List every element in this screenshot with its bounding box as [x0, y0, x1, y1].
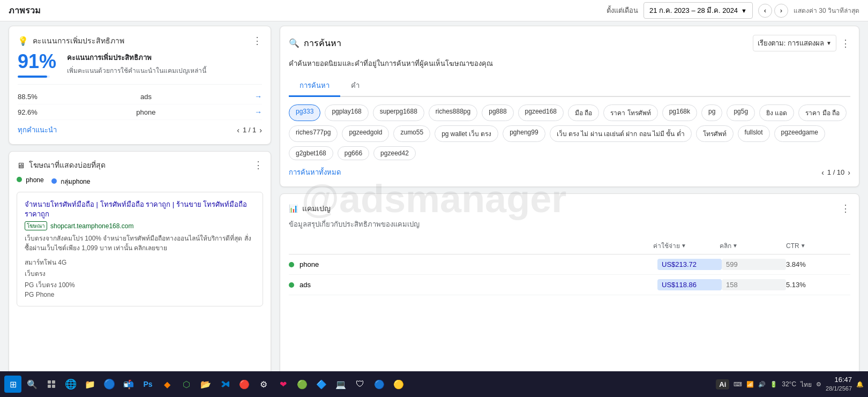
score-hint: เพิ่มคะแนนด้วยการใช้คำแนะนำในแคมเปญเหล่า… [67, 65, 206, 76]
taskbar-search[interactable]: 🔍 [24, 376, 41, 393]
prev-page-icon[interactable]: ‹ [237, 126, 240, 134]
chip-7[interactable]: ราคา โทรศัพท์ [603, 104, 657, 121]
prev-arrow[interactable]: ‹ [758, 4, 772, 18]
chip-6[interactable]: มือ ถือ [568, 104, 599, 121]
keyboard-icon: ⌨ [734, 381, 742, 388]
chip-13[interactable]: riches777pg [289, 125, 338, 142]
chip-2[interactable]: superpg1688 [373, 104, 424, 121]
search-input-text[interactable]: การค้นหา [304, 36, 341, 50]
chip-22[interactable]: g2gbet168 [289, 146, 333, 160]
taskbar-edge[interactable]: 🌐 [62, 376, 79, 393]
score-card: 💡 คะแนนการเพิ่มประสิทธิภาพ ⋮ 91% คะแนนกา… [9, 26, 271, 145]
taskbar-explorer[interactable]: 📁 [81, 376, 99, 393]
chip-17[interactable]: pgheng99 [503, 125, 545, 142]
search-icon: 🔍 [289, 38, 300, 48]
score-row-1-arrow[interactable]: → [255, 108, 262, 116]
col-cost-header[interactable]: ค่าใช้จ่าย ▼ [653, 241, 717, 251]
ad-description: เว็บตรงจากสังคมโปร 100% จำหน่ายโทรศัพท์ม… [25, 234, 255, 253]
score-row-0-arrow[interactable]: → [255, 92, 262, 101]
taskbar-settings-icon[interactable]: ⚙ [255, 376, 272, 393]
chip-12[interactable]: ราคา มือ ถือ [798, 104, 847, 121]
chip-16[interactable]: pg wallet เว็บ ตรง [435, 125, 498, 142]
nav-arrows: ‹ › [758, 4, 788, 18]
taskbar: ⊞ 🔍 🌐 📁 🔵 📬 Ps ◆ ⬡ 📂 🔴 ⚙ ❤ 🟢 🔷 💻 🛡 🔵 🟡 A… [0, 371, 868, 397]
score-row-0: 88.5% ads → [18, 89, 262, 104]
taskbar-app-8[interactable]: 🟡 [390, 376, 407, 393]
settings-gear[interactable]: ⚙ [816, 381, 821, 388]
search-card: 🔍 การค้นหา เรียงตาม: การแสดงผล ▼ ⋮ คำค้น… [280, 26, 859, 187]
chip-20[interactable]: fullslot [738, 125, 770, 142]
campaign-row-1-name: ads [289, 281, 657, 289]
chip-8[interactable]: pg168k [662, 104, 697, 121]
ad-sitelinks: สมาร์ทโฟน 4G เว็บตรง PG เว็บตรง 100% PG … [25, 257, 255, 298]
taskbar-clock: 16:47 28/1/2567 [826, 376, 852, 392]
sort-selector[interactable]: เรียงตาม: การแสดงผล ▼ [753, 35, 836, 51]
chip-24[interactable]: pgzeed42 [373, 146, 416, 160]
keyword-chips: pg333 pgplay168 superpg1688 riches888pg … [289, 104, 850, 160]
taskbar-app-3[interactable]: ❤ [274, 376, 291, 393]
search-next-icon[interactable]: › [848, 168, 850, 177]
tab-search[interactable]: การค้นหา [289, 76, 340, 97]
chip-4[interactable]: pg888 [482, 104, 513, 121]
monitor-icon: 🖥 [17, 161, 25, 170]
col-clicks-header[interactable]: คลิก ▼ [720, 241, 784, 251]
campaign-table-header: ค่าใช้จ่าย ▼ คลิก ▼ CTR ▼ [289, 237, 850, 254]
search-footer: การค้นหาทั้งหมด ‹ 1 / 10 › [289, 167, 850, 178]
search-footer-text[interactable]: การค้นหาทั้งหมด [289, 167, 341, 178]
chart-icon: 📊 [289, 204, 298, 213]
campaign-menu-icon[interactable]: ⋮ [841, 203, 850, 214]
ai-label[interactable]: Ai [716, 379, 729, 389]
taskbar-chrome-2[interactable]: 🔴 [236, 376, 253, 393]
svg-rect-2 [48, 385, 51, 388]
chip-0[interactable]: pg333 [289, 104, 320, 121]
chip-15[interactable]: zumo55 [393, 125, 430, 142]
ad-url-row: โฆษณา shopcart.teamphone168.com [25, 221, 255, 230]
taskbar-app-7[interactable]: 🛡 [351, 376, 369, 393]
taskbar-vscode[interactable] [216, 376, 234, 393]
score-row-1-label: phone [136, 108, 155, 116]
chip-19[interactable]: โทรศัพท์ [696, 125, 734, 142]
clicks-dropdown: ▼ [732, 243, 738, 249]
chip-5[interactable]: pgzeed168 [518, 104, 564, 121]
ad-preview-card: 🖥 โฆษณาที่แสดงบ่อยที่สุด ⋮ phone กลุ่มph… [9, 151, 271, 381]
chip-1[interactable]: pgplay168 [325, 104, 368, 121]
svg-rect-0 [48, 380, 51, 384]
date-range-selector[interactable]: 21 ก.ค. 2023 – 28 มี.ค. 2024 ▼ [643, 2, 753, 19]
taskbar-taskview[interactable] [43, 376, 60, 393]
chip-23[interactable]: pg666 [338, 146, 369, 160]
ad-preview-menu-icon[interactable]: ⋮ [253, 159, 263, 171]
chip-11[interactable]: ยิง แอด [759, 104, 794, 121]
search-card-menu-icon[interactable]: ⋮ [841, 38, 850, 49]
tab-word[interactable]: คำ [340, 76, 370, 97]
taskbar-right-section: Ai ⌨ 📶 🔊 🔋 32°C ไทย ⚙ 16:47 28/1/2567 🔔 [716, 376, 864, 392]
taskbar-chrome-3[interactable]: 🔵 [371, 376, 388, 393]
taskbar-start[interactable]: ⊞ [4, 376, 21, 393]
taskbar-chrome-1[interactable]: 🔵 [101, 376, 118, 393]
chip-18[interactable]: เว็บ ตรง ไม่ ผ่าน เอเย่นต์ ฝาก ถอน ไม่มี… [550, 125, 692, 142]
legend-kamphuphone-label: กลุ่มphone [61, 178, 90, 185]
taskbar-filezilla[interactable]: 📂 [197, 376, 214, 393]
next-page-icon[interactable]: › [259, 126, 262, 134]
search-prev-icon[interactable]: ‹ [821, 168, 824, 177]
all-suggestions-text[interactable]: ทุกคำแนะนำ [18, 124, 57, 136]
taskbar-app-4[interactable]: 🟢 [294, 376, 311, 393]
taskbar-app-5[interactable]: 🔷 [313, 376, 330, 393]
chip-3[interactable]: riches888pg [429, 104, 477, 121]
score-label: คะแนนการเพิ่มประสิทธิภาพ [67, 52, 206, 63]
taskbar-app-6[interactable]: 💻 [332, 376, 349, 393]
col-ctr-header[interactable]: CTR ▼ [786, 242, 850, 250]
notifications-icon[interactable]: 🔔 [856, 381, 864, 388]
taskbar-ps[interactable]: Ps [139, 376, 156, 393]
taskbar-app-1[interactable]: ◆ [159, 376, 176, 393]
chip-10[interactable]: pg5g [727, 104, 755, 121]
taskbar-app-2[interactable]: ⬡ [178, 376, 195, 393]
row-1-clicks: 158 [722, 279, 786, 290]
sitelink-0: สมาร์ทโฟน 4G [25, 257, 255, 267]
score-card-menu-icon[interactable]: ⋮ [252, 35, 262, 47]
taskbar-mail[interactable]: 📬 [120, 376, 137, 393]
sort-label: เรียงตาม: การแสดงผล [758, 38, 824, 49]
chip-21[interactable]: pgzeedgame [774, 125, 825, 142]
chip-14[interactable]: pgzeedgold [342, 125, 389, 142]
next-arrow[interactable]: › [774, 4, 788, 18]
chip-9[interactable]: pg [701, 104, 722, 121]
